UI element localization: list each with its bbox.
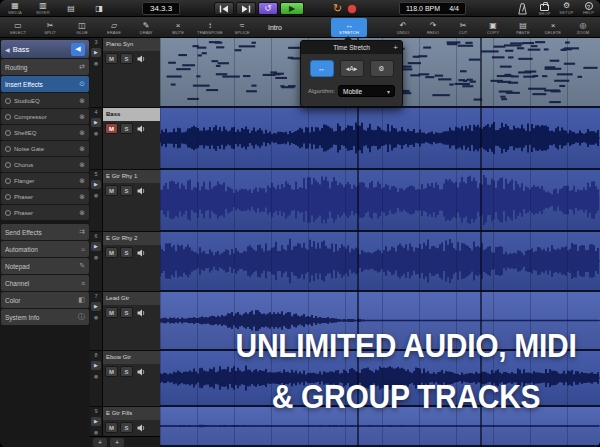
solo-button[interactable]: S: [120, 185, 133, 196]
stretch-options-button[interactable]: ⚙: [370, 60, 394, 77]
track-name[interactable]: Ebow Gtr: [103, 351, 160, 364]
insert-effect-slot[interactable]: Phaser⊗: [1, 189, 89, 204]
solo-button[interactable]: S: [120, 307, 133, 318]
keys-button[interactable]: ▤: [59, 1, 83, 17]
freeze-icon[interactable]: ❄: [93, 314, 98, 321]
track-expand-button[interactable]: ▶: [91, 302, 101, 311]
audio-region[interactable]: [160, 108, 600, 170]
popup-add-button[interactable]: +: [393, 43, 398, 52]
inspector-item-color[interactable]: Color◧: [1, 292, 89, 308]
track-header[interactable]: 8▶❄Ebow GtrMS: [90, 351, 160, 407]
inspector-item-send-effects[interactable]: Send Effects⇉: [1, 224, 89, 240]
freeze-icon[interactable]: ❄: [93, 373, 98, 380]
track-header[interactable]: 5▶❄E Gtr Rhy 1MS: [90, 170, 160, 232]
freeze-icon[interactable]: ❄: [93, 130, 98, 137]
track-expand-button[interactable]: ▶: [91, 118, 101, 127]
tool-copy[interactable]: ▣COPY: [478, 17, 508, 38]
track-name[interactable]: E Gtr Fills: [103, 407, 160, 420]
monitor-speaker-icon[interactable]: [137, 125, 146, 133]
insert-effect-slot[interactable]: Compressor⊗: [1, 109, 89, 124]
undo-button[interactable]: ↺: [258, 2, 278, 15]
tool-erase[interactable]: ▱ERASE: [98, 17, 130, 38]
pitch-mode-button[interactable]: ◂A▸: [340, 60, 364, 77]
inspector-item-notepad[interactable]: Notepad✎: [1, 258, 89, 274]
mute-button[interactable]: M: [105, 307, 118, 318]
tool-cut[interactable]: ✂CUT: [448, 17, 478, 38]
insert-effect-slot[interactable]: StudioEQ⊗: [1, 93, 89, 108]
tool-redo[interactable]: ↷REDO: [418, 17, 448, 38]
track-name[interactable]: Piano Syn: [103, 38, 160, 51]
inspector-item-automation[interactable]: Automation≈: [1, 241, 89, 257]
monitor-speaker-icon[interactable]: [137, 249, 146, 257]
monitor-speaker-icon[interactable]: [137, 368, 146, 376]
track-expand-button[interactable]: ▶: [91, 417, 101, 426]
setup-button[interactable]: ⚙ SETUP: [557, 1, 576, 17]
add-track-button[interactable]: +: [93, 438, 107, 447]
track-name[interactable]: E Gtr Rhy 1: [103, 170, 160, 183]
monitor-speaker-icon[interactable]: [137, 55, 146, 63]
audio-region[interactable]: [160, 232, 600, 292]
track-name[interactable]: Bass: [103, 108, 160, 121]
tool-zoom[interactable]: ◎ZOOM: [568, 17, 598, 38]
tool-glue[interactable]: ◫GLUE: [66, 17, 98, 38]
inspector-item-channel[interactable]: Channel≡: [1, 275, 89, 291]
monitor-speaker-icon[interactable]: [137, 309, 146, 317]
mute-button[interactable]: M: [105, 53, 118, 64]
track-expand-button[interactable]: ▶: [91, 48, 101, 57]
mute-button[interactable]: M: [105, 185, 118, 196]
track-header[interactable]: 7▶❄Lead GtrMS: [90, 292, 160, 351]
algorithm-dropdown[interactable]: Mobile ▾: [338, 85, 395, 97]
track-header[interactable]: 6▶❄E Gtr Rhy 2MS: [90, 232, 160, 292]
freeze-icon[interactable]: ❄: [93, 429, 98, 436]
shop-button[interactable]: SHOP: [535, 1, 554, 17]
tool-paste[interactable]: ▤PASTE: [508, 17, 538, 38]
routing-item[interactable]: Routing ⇄: [1, 59, 89, 75]
metronome-button[interactable]: [513, 1, 532, 17]
mute-button[interactable]: M: [105, 422, 118, 433]
audio-region[interactable]: [160, 170, 600, 232]
tool-transpose[interactable]: ↕TRANSPOSE: [194, 17, 226, 38]
solo-button[interactable]: S: [120, 366, 133, 377]
help-button[interactable]: ? HELP: [579, 1, 598, 17]
track-expand-button[interactable]: ▶: [91, 361, 101, 370]
loop-button[interactable]: ↻: [333, 3, 342, 14]
track-expand-button[interactable]: ▶: [91, 180, 101, 189]
tempo-display[interactable]: 118.0 BPM 4/4: [399, 2, 466, 15]
tool-mute[interactable]: ×MUTE: [162, 17, 194, 38]
freeze-icon[interactable]: ❄: [93, 60, 98, 67]
record-button[interactable]: [348, 5, 356, 13]
solo-button[interactable]: S: [120, 247, 133, 258]
mute-button[interactable]: M: [105, 247, 118, 258]
tool-split[interactable]: ✂SPLIT: [34, 17, 66, 38]
tool-stretch[interactable]: ↔ STRETCH: [331, 18, 367, 37]
mixer-button[interactable]: ▥ MIXER: [31, 1, 55, 17]
insert-effect-slot[interactable]: Flanger⊗: [1, 173, 89, 188]
add-track-button-2[interactable]: +: [110, 438, 124, 447]
track-name[interactable]: Lead Gtr: [103, 292, 160, 305]
mute-button[interactable]: M: [105, 123, 118, 134]
track-name[interactable]: E Gtr Rhy 2: [103, 232, 160, 245]
insert-effect-slot[interactable]: Phaser⊗: [1, 205, 89, 220]
monitor-speaker-icon[interactable]: [137, 187, 146, 195]
inspector-item-system-info[interactable]: System Infoⓘ: [1, 309, 89, 325]
solo-button[interactable]: S: [120, 123, 133, 134]
track-header[interactable]: 4▶❄BassMS: [90, 108, 160, 170]
tool-splice[interactable]: ≈SPLICE: [226, 17, 258, 38]
solo-button[interactable]: S: [120, 53, 133, 64]
play-button[interactable]: ▶: [280, 2, 304, 15]
stretch-mode-button[interactable]: ↔: [310, 60, 334, 77]
freeze-icon[interactable]: ❄: [93, 254, 98, 261]
tool-draw[interactable]: ✎DRAW: [130, 17, 162, 38]
tool-select[interactable]: ▭SELECT: [2, 17, 34, 38]
mute-button[interactable]: M: [105, 366, 118, 377]
track-expand-button[interactable]: ▶: [91, 242, 101, 251]
insert-effect-slot[interactable]: Noise Gate⊗: [1, 141, 89, 156]
inspector-toggle-button[interactable]: ◨: [87, 1, 111, 17]
position-display[interactable]: 34.3.3: [142, 2, 180, 15]
insert-effect-slot[interactable]: Chorus⊗: [1, 157, 89, 172]
insert-effects-item[interactable]: Insert Effects ⊙: [1, 76, 89, 92]
skip-to-start-button[interactable]: [214, 2, 234, 15]
insert-effect-slot[interactable]: ShelfEQ⊗: [1, 125, 89, 140]
monitor-speaker-icon[interactable]: [137, 424, 146, 432]
media-button[interactable]: ▦ MEDIA: [3, 1, 27, 17]
